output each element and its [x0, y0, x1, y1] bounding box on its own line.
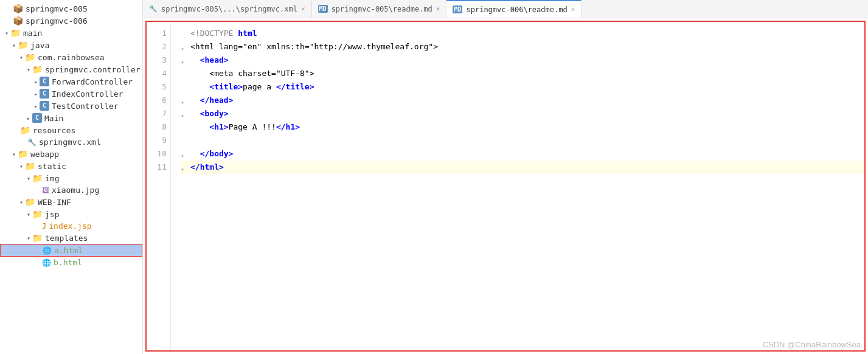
- chevron-down-icon: [19, 199, 23, 206]
- folder-icon: 📁: [25, 52, 35, 62]
- file-tree[interactable]: 📦springmvc-005📦springmvc-006📁main📁java📁c…: [0, 0, 143, 354]
- fold-icon-7[interactable]: ▾: [181, 109, 189, 118]
- code-content-11: </html>: [190, 161, 224, 174]
- tab-xml-icon: 🔧: [149, 5, 158, 13]
- tab-label: springmvc-005\...\springmvc.xml: [161, 5, 297, 13]
- watermark: CSDN @ChinaRainbowSea: [763, 340, 861, 349]
- chevron-down-icon: [27, 175, 30, 182]
- chevron-right-icon: [34, 91, 38, 97]
- xml-file-icon: 🔧: [27, 138, 36, 147]
- editor-content[interactable]: <!DOCTYPE html▾<html lang="en" xmlns:th=…: [171, 22, 864, 350]
- tab-close-button[interactable]: ×: [301, 5, 305, 13]
- jpg-file-icon: 🖼: [42, 186, 49, 195]
- chevron-down-icon: [27, 66, 30, 73]
- sidebar-item-label: springmvc.controller: [45, 65, 141, 74]
- tab-close-button[interactable]: ×: [571, 5, 575, 13]
- fold-icon-3[interactable]: ▾: [181, 56, 189, 64]
- folder-icon: 📁: [32, 209, 43, 219]
- line-number-11: 11: [147, 161, 167, 174]
- tabs-bar: 🔧springmvc-005\...\springmvc.xml×MDsprin…: [143, 0, 868, 18]
- code-content-4: <meta charset="UTF-8">: [190, 67, 314, 80]
- tab-label: springmvc-006\readme.md: [466, 5, 567, 14]
- line-number-9: 9: [147, 134, 167, 147]
- tab-springmvc-005-readme[interactable]: MDspringmvc-005\readme.md×: [312, 0, 447, 18]
- line-numbers: 1234567891011: [147, 22, 171, 350]
- code-content-8: <h1>Page A !!!</h1>: [190, 120, 300, 134]
- tab-close-button[interactable]: ×: [436, 5, 440, 13]
- sidebar-item-label: springmvc-005: [26, 4, 88, 13]
- chevron-down-icon: [12, 151, 16, 158]
- fold-icon-10[interactable]: ▾: [181, 150, 189, 158]
- code-line-5: <title>page a </title>: [181, 80, 864, 94]
- chevron-right-icon: [27, 115, 30, 122]
- sidebar-item-label: xiaomu.jpg: [52, 186, 99, 195]
- chevron-right-icon: [34, 78, 38, 85]
- chevron-down-icon: [5, 30, 9, 36]
- folder-icon: 📁: [20, 125, 30, 135]
- code-line-7: ▾ <body>: [181, 107, 864, 120]
- folder-icon: 📁: [18, 149, 28, 159]
- code-line-8: <h1>Page A !!!</h1>: [181, 120, 864, 134]
- editor-container: 1234567891011 <!DOCTYPE html▾<html lang=…: [145, 21, 866, 352]
- code-content-6: </head>: [190, 94, 233, 107]
- line-number-8: 8: [147, 120, 167, 134]
- folder-icon: 📁: [32, 233, 43, 243]
- sidebar-item-label: webapp: [30, 150, 59, 159]
- line-number-2: 2: [147, 40, 167, 54]
- sidebar-item-ForwardController[interactable]: CForwardController: [0, 75, 142, 88]
- chevron-down-icon: [27, 211, 30, 218]
- class-file-icon: C: [40, 89, 49, 99]
- code-line-6: ▾ </head>: [181, 94, 864, 107]
- code-content-3: <head>: [190, 54, 229, 67]
- sidebar-item-label: Main: [44, 114, 63, 123]
- line-number-3: 3: [147, 54, 167, 67]
- sidebar-item-index.jsp[interactable]: Jindex.jsp: [0, 220, 142, 232]
- tab-springmvc-xml[interactable]: 🔧springmvc-005\...\springmvc.xml×: [143, 0, 312, 18]
- sidebar-item-IndexController[interactable]: CIndexController: [0, 88, 142, 100]
- chevron-right-icon: [34, 103, 38, 109]
- folder-icon: 📁: [25, 161, 35, 171]
- sidebar-item-springmvc.controller[interactable]: 📁springmvc.controller: [0, 63, 142, 75]
- sidebar-item-a.html[interactable]: 🌐a.html: [0, 244, 142, 257]
- fold-icon-2[interactable]: ▾: [181, 43, 189, 51]
- sidebar-item-label: a.html: [54, 246, 83, 255]
- line-number-7: 7: [147, 107, 167, 120]
- fold-icon-6[interactable]: ▾: [181, 96, 189, 105]
- editor-area: 🔧springmvc-005\...\springmvc.xml×MDsprin…: [143, 0, 868, 354]
- sidebar-item-label: springmvc-006: [26, 16, 88, 26]
- sidebar-item-img[interactable]: 📁img: [0, 172, 142, 184]
- line-number-5: 5: [147, 80, 167, 94]
- code-line-2: ▾<html lang="en" xmlns:th="http://www.th…: [181, 40, 864, 54]
- sidebar-item-b.html[interactable]: 🌐b.html: [0, 257, 142, 268]
- sidebar-item-templates[interactable]: 📁templates: [0, 232, 142, 244]
- chevron-down-icon: [12, 42, 16, 49]
- sidebar-item-TestController[interactable]: CTestController: [0, 100, 142, 112]
- sidebar-item-xiaomu.jpg[interactable]: 🖼xiaomu.jpg: [0, 184, 142, 196]
- sidebar-item-jsp[interactable]: 📁jsp: [0, 208, 142, 220]
- sidebar-item-static[interactable]: 📁static: [0, 160, 142, 172]
- code-content-5: <title>page a </title>: [190, 80, 314, 94]
- class-file-icon: C: [32, 113, 42, 123]
- sidebar-item-webapp[interactable]: 📁webapp: [0, 148, 142, 160]
- chevron-down-icon: [19, 54, 23, 61]
- sidebar-item-label: IndexController: [52, 89, 123, 99]
- sidebar-item-label: springmvc.xml: [39, 137, 101, 147]
- sidebar-item-com.rainbowsea[interactable]: 📁com.rainbowsea: [0, 51, 142, 63]
- sidebar-item-resources[interactable]: 📁resources: [0, 124, 142, 136]
- sidebar-item-main[interactable]: 📁main: [0, 27, 142, 39]
- sidebar-item-java[interactable]: 📁java: [0, 39, 142, 51]
- sidebar-item-label: WEB-INF: [38, 198, 71, 207]
- sidebar-item-springmvc-005[interactable]: 📦springmvc-005: [0, 2, 142, 15]
- fold-icon-11[interactable]: ▾: [181, 163, 189, 172]
- tab-springmvc-006-readme[interactable]: MDspringmvc-006\readme.md×: [446, 0, 582, 18]
- folder-icon: 📁: [10, 28, 21, 38]
- folder-icon: 📁: [18, 40, 28, 50]
- sidebar-item-springmvc-006[interactable]: 📦springmvc-006: [0, 15, 142, 27]
- sidebar-item-label: jsp: [45, 210, 59, 219]
- sidebar-item-WEB-INF[interactable]: 📁WEB-INF: [0, 196, 142, 208]
- sidebar-item-Main[interactable]: CMain: [0, 112, 142, 124]
- sidebar-item-label: java: [30, 41, 49, 50]
- tab-md-icon: MD: [318, 5, 328, 13]
- sidebar-item-springmvc.xml[interactable]: 🔧springmvc.xml: [0, 136, 142, 148]
- code-line-11: ▾</html>: [181, 161, 864, 174]
